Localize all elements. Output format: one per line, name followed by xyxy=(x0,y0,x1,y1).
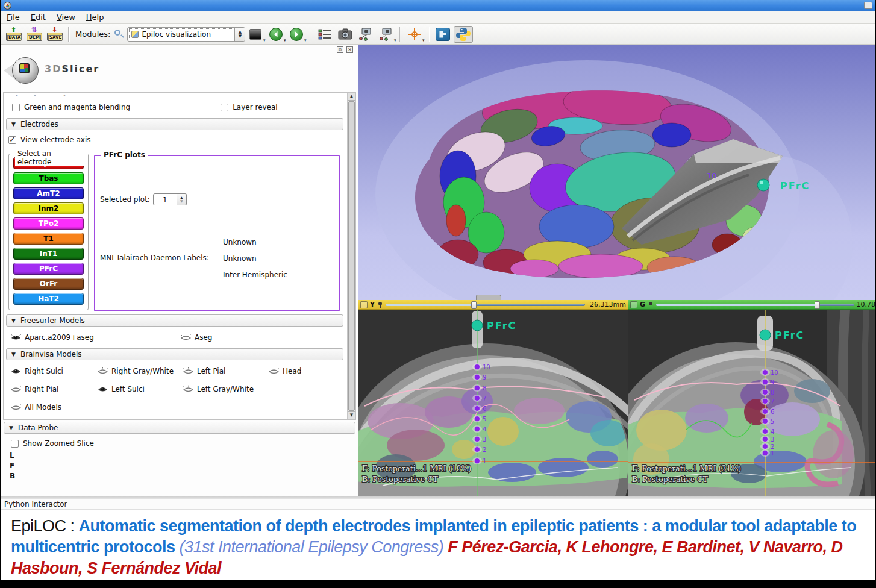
section-freesurfer[interactable]: ▼ Freesurfer Models xyxy=(6,314,343,327)
contact-number: 2 xyxy=(483,446,486,453)
electrode-button-pfrc[interactable]: PFrC xyxy=(13,263,84,275)
python-interactor-title[interactable]: Python Interactor xyxy=(1,499,875,510)
contact-number: 6 xyxy=(483,405,486,412)
model-1-toggle[interactable]: Right Gray/White xyxy=(98,367,183,375)
toolbar-separator xyxy=(310,27,311,42)
load-dicom-button[interactable]: ⇅ DCM xyxy=(25,26,44,43)
model-0-toggle[interactable]: Right Sulci xyxy=(11,367,98,375)
scrollbar-thumb[interactable] xyxy=(348,101,355,411)
slice-view-yellow[interactable]: − Y -26.313mm xyxy=(358,300,628,496)
electrode-button-tbas[interactable]: Tbas xyxy=(13,172,84,184)
module-search-icon[interactable] xyxy=(114,29,125,40)
extensions-icon xyxy=(436,28,450,41)
history-forward-button[interactable]: ▾ xyxy=(287,26,306,43)
layout-selector-button[interactable] xyxy=(315,26,334,43)
contact-marker xyxy=(475,406,480,411)
collapse-button[interactable]: − xyxy=(360,301,368,308)
eye-open-icon xyxy=(11,367,21,375)
electrode-label: PFrC xyxy=(487,320,516,331)
screenshot-button[interactable] xyxy=(336,26,355,43)
model-6-toggle[interactable]: Left Gray/White xyxy=(183,385,269,393)
selected-plot-label: Selected plot: xyxy=(100,195,150,204)
view-electrode-axis-checkbox[interactable] xyxy=(8,136,16,144)
scroll-up-icon[interactable]: ▲ xyxy=(348,93,355,101)
model-7-toggle[interactable]: All Models xyxy=(11,403,98,411)
green-magenta-checkbox[interactable] xyxy=(12,104,20,111)
model-2-toggle[interactable]: Left Pial xyxy=(183,367,269,375)
scene-view-restore-button[interactable]: ▾ xyxy=(377,26,396,43)
electrode-button-amt2[interactable]: AmT2 xyxy=(13,187,84,199)
section-electrodes[interactable]: ▼ Electrodes xyxy=(6,118,343,130)
panel-scrollbar[interactable]: ▲ ▼ xyxy=(347,93,355,419)
electrode-button-hat2[interactable]: HaT2 xyxy=(13,293,84,305)
mni-value: Unknown xyxy=(223,254,287,263)
contact-number: 4 xyxy=(483,426,486,433)
module-selector-combobox[interactable]: Epiloc visualization ▲▼ xyxy=(127,27,245,42)
model-3-toggle[interactable]: Head xyxy=(269,367,301,375)
module-icon xyxy=(131,31,139,38)
selected-plot-spinbox[interactable]: 1 ▲▼ xyxy=(153,193,187,205)
slice-offset-slider[interactable] xyxy=(386,301,585,308)
pin-icon[interactable] xyxy=(377,301,383,308)
model-label: Aseg xyxy=(195,333,212,342)
history-back-button[interactable]: ▾ xyxy=(266,26,286,43)
slice-view-green[interactable]: − G 10.78 xyxy=(628,300,876,496)
electrode-button-inm2[interactable]: Inm2 xyxy=(13,202,84,214)
dicom-icon: ⇅ DCM xyxy=(27,28,42,41)
slider-handle[interactable] xyxy=(815,301,820,309)
toolbar-separator xyxy=(428,27,430,42)
collapse-button[interactable]: − xyxy=(630,301,637,308)
crosshair-button[interactable]: ▾ xyxy=(405,26,424,43)
eye-closed-icon xyxy=(183,385,193,393)
contact-marker xyxy=(475,396,480,401)
scroll-down-icon[interactable]: ▼ xyxy=(348,411,355,419)
model-5-toggle[interactable]: Left Sulci xyxy=(98,385,183,393)
module-combo-spinner[interactable]: ▲▼ xyxy=(234,27,245,42)
threed-view[interactable]: 10 PFrC xyxy=(358,45,876,300)
scene-camera-icon xyxy=(358,28,373,41)
menu-file[interactable]: File xyxy=(1,11,25,23)
menu-view[interactable]: View xyxy=(51,11,81,23)
extensions-button[interactable] xyxy=(433,26,452,43)
electrode-button-t1[interactable]: T1 xyxy=(13,233,84,245)
slice-controller-tab[interactable] xyxy=(476,295,501,300)
slice-offset-value: -26.313mm xyxy=(587,301,626,308)
electrode-button-int1[interactable]: InT1 xyxy=(13,248,84,260)
python-interactor-button[interactable] xyxy=(454,26,473,43)
pin-icon[interactable] xyxy=(648,301,654,308)
title-bar: – xyxy=(1,0,875,11)
module-panel-button[interactable]: ▾ xyxy=(246,26,265,43)
slider-handle[interactable] xyxy=(471,301,477,309)
model-4-toggle[interactable]: Right Pial xyxy=(11,385,98,393)
contact-number: 3 xyxy=(771,436,774,443)
electrode-button-orfr[interactable]: OrFr xyxy=(13,278,84,290)
float-panel-icon[interactable]: ⧉ xyxy=(337,46,343,53)
slice-offset-slider[interactable] xyxy=(656,301,854,308)
view-area: 10 PFrC − Y xyxy=(358,45,875,496)
electrode-tip-marker xyxy=(757,179,769,191)
contact-marker xyxy=(475,375,480,380)
minimize-button[interactable]: – xyxy=(864,2,872,9)
model-aseg-toggle[interactable]: Aseg xyxy=(181,333,212,342)
slicer-app-icon xyxy=(4,2,11,10)
electrode-button-tpo2[interactable]: TPo2 xyxy=(13,217,84,230)
menu-help[interactable]: Help xyxy=(81,11,110,23)
contact-number: 2 xyxy=(771,443,774,450)
section-data-probe[interactable]: ▼ Data Probe xyxy=(4,422,355,434)
layer-reveal-label: Layer reveal xyxy=(233,103,278,111)
slice-orientation-label: Y xyxy=(370,301,375,308)
show-zoomed-slice-checkbox[interactable] xyxy=(11,440,19,448)
close-panel-icon[interactable]: ✕ xyxy=(346,46,353,53)
scene-view-capture-button[interactable] xyxy=(356,26,375,43)
eye-closed-icon xyxy=(11,385,21,393)
section-brainvisa[interactable]: ▼ Brainvisa Models xyxy=(6,348,343,360)
caption-text: EpiLOC : Automatic segmentation of depth… xyxy=(1,510,875,580)
model-aparc-toggle[interactable]: Aparc.a2009+aseg xyxy=(11,333,181,342)
contact-number: 1 xyxy=(483,458,486,464)
layer-reveal-checkbox[interactable] xyxy=(221,104,228,111)
contact-number: 10 xyxy=(771,369,778,376)
back-arrow-icon xyxy=(269,28,283,41)
save-button[interactable]: ⬇ SAVE xyxy=(45,26,64,43)
load-data-button[interactable]: ⬆ DATA xyxy=(4,26,23,43)
menu-edit[interactable]: Edit xyxy=(25,11,51,23)
